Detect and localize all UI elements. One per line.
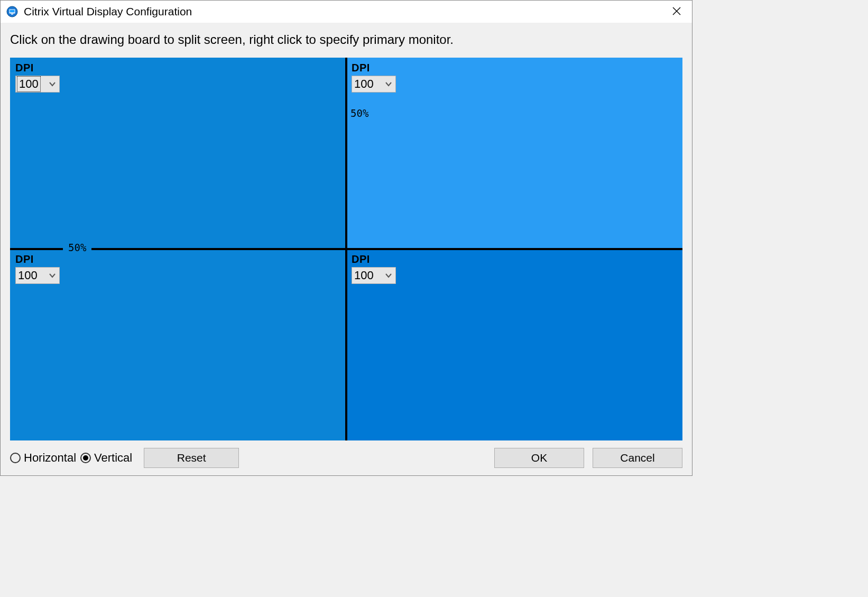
dpi-value: 100 — [354, 269, 374, 282]
monitor-quadrant-bottom-right[interactable]: DPI 100 — [346, 249, 682, 440]
app-icon — [6, 5, 19, 18]
dpi-dropdown-bottom-left[interactable]: 100 — [15, 267, 60, 284]
horizontal-split-percent: 50% — [63, 242, 91, 253]
vertical-split-percent: 50% — [349, 107, 370, 119]
monitor-quadrant-top-left[interactable]: DPI 100 — [10, 58, 346, 249]
drawing-board[interactable]: DPI 100 DPI 100 DPI — [10, 58, 682, 440]
reset-button[interactable]: Reset — [144, 448, 239, 468]
vertical-radio[interactable]: Vertical — [80, 451, 132, 465]
dpi-dropdown-top-right[interactable]: 100 — [352, 76, 396, 93]
titlebar: Citrix Virtual Display Configuration — [1, 1, 692, 23]
dpi-dropdown-bottom-right[interactable]: 100 — [352, 267, 396, 284]
chevron-down-icon — [49, 81, 56, 87]
chevron-down-icon — [385, 273, 392, 278]
monitor-quadrant-top-right[interactable]: DPI 100 — [346, 58, 682, 249]
instructions-text: Click on the drawing board to split scre… — [10, 32, 682, 47]
horizontal-radio[interactable]: Horizontal — [10, 451, 76, 465]
dpi-label: DPI — [352, 253, 677, 265]
dpi-label: DPI — [352, 62, 677, 74]
horizontal-split-line[interactable] — [10, 248, 682, 250]
dpi-value: 100 — [18, 269, 38, 282]
close-button[interactable] — [664, 2, 689, 21]
dpi-dropdown-top-left[interactable]: 100 — [15, 76, 60, 93]
dialog-window: Citrix Virtual Display Configuration Cli… — [0, 0, 692, 476]
bottom-bar: Horizontal Vertical Reset OK Cancel — [10, 440, 682, 468]
chevron-down-icon — [385, 81, 392, 87]
svg-rect-3 — [11, 14, 13, 15]
dpi-value: 100 — [354, 77, 374, 91]
dpi-value: 100 — [18, 77, 40, 91]
svg-rect-2 — [10, 10, 15, 13]
chevron-down-icon — [49, 273, 56, 278]
cancel-button[interactable]: Cancel — [593, 448, 682, 468]
dpi-label: DPI — [15, 62, 341, 74]
vertical-radio-label: Vertical — [94, 451, 132, 465]
ok-button[interactable]: OK — [494, 448, 584, 468]
client-area: Click on the drawing board to split scre… — [1, 23, 692, 475]
monitor-quadrant-bottom-left[interactable]: DPI 100 — [10, 249, 346, 440]
horizontal-radio-label: Horizontal — [24, 451, 76, 465]
dpi-label: DPI — [15, 253, 341, 265]
orientation-radio-group: Horizontal Vertical — [10, 451, 132, 465]
window-title: Citrix Virtual Display Configuration — [24, 5, 192, 18]
